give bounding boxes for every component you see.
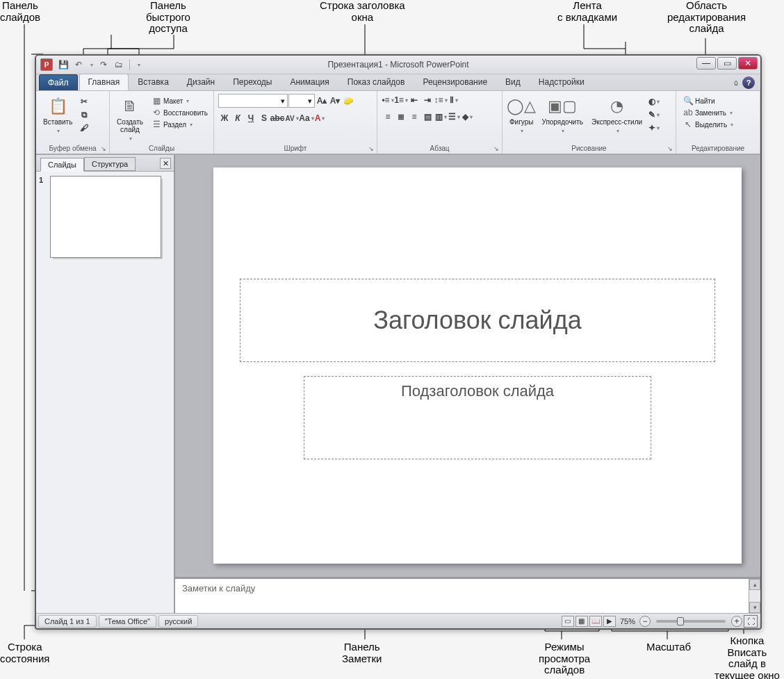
quick-styles-button[interactable]: ◔ Экспресс-стили [589,94,645,136]
zoom-slider[interactable] [656,620,726,623]
layout-button[interactable]: ▦Макет [149,95,211,106]
shapes-button[interactable]: ◯△ Фигуры [507,94,536,136]
font-color-icon[interactable]: A [313,112,326,124]
tab-design[interactable]: Дизайн [178,74,224,90]
notes-scroll-up-icon[interactable]: ▴ [749,579,760,590]
tab-transitions[interactable]: Переходы [224,74,281,90]
select-button[interactable]: ↖Выделить [680,119,736,130]
smartart-icon[interactable]: ◆ [461,111,473,123]
app-icon[interactable]: P [40,58,53,71]
tab-review[interactable]: Рецензирование [414,74,496,90]
quick-styles-dropdown-icon[interactable] [615,126,619,134]
dialog-launcher-font[interactable]: ↘ [368,145,376,153]
align-right-icon[interactable]: ≡ [408,111,420,123]
zoom-slider-thumb[interactable] [677,617,684,625]
text-direction-icon[interactable]: Ⅱ [448,94,460,106]
status-language[interactable]: русский [158,615,198,628]
zoom-out-button[interactable]: − [639,616,651,627]
bullets-icon[interactable]: •≡ [382,94,394,106]
reading-view-icon[interactable]: 📖 [589,616,602,627]
tab-view[interactable]: Вид [496,74,530,90]
slideshow-view-icon[interactable]: ▶ [603,616,616,627]
fit-to-window-button[interactable]: ⛶ [744,615,758,628]
title-placeholder[interactable]: Заголовок слайда [240,279,715,362]
font-name-combo[interactable]: ▾ [218,94,288,108]
font-size-combo[interactable]: ▾ [288,94,315,108]
dialog-launcher-drawing[interactable]: ↘ [667,145,675,153]
dialog-launcher-clipboard[interactable]: ↘ [100,145,108,153]
reset-button[interactable]: ⟲Восстановить [149,107,211,118]
slide-thumbnail-item[interactable]: 1 [39,176,171,258]
close-button[interactable]: ✕ [738,57,758,69]
subtitle-placeholder[interactable]: Подзаголовок слайда [304,376,651,459]
qat-extra-icon[interactable]: 🗂 [113,58,125,71]
numbering-icon[interactable]: 1≡ [395,94,407,106]
shadow-icon[interactable]: S [258,112,270,124]
section-button[interactable]: ☰Раздел [149,119,211,130]
tab-addins[interactable]: Надстройки [530,74,594,90]
paste-button[interactable]: 📋 Вставить [40,94,75,136]
align-text-icon[interactable]: ☰ [448,111,460,123]
shape-fill-icon[interactable]: ◐ [648,95,660,108]
tab-file[interactable]: Файл [39,74,78,90]
increase-indent-icon[interactable]: ⇥ [421,94,434,106]
bold-icon[interactable]: Ж [218,112,231,124]
tab-slides[interactable]: Слайды [40,158,84,172]
replace-button[interactable]: abЗаменить [680,107,736,118]
copy-icon[interactable]: ⧉ [78,108,90,121]
arrange-button[interactable]: ▣▢ Упорядочить [539,94,586,136]
shape-outline-icon[interactable]: ✎ [648,108,660,121]
qat-customize-icon[interactable] [134,58,142,71]
dialog-launcher-paragraph[interactable]: ↘ [493,145,501,153]
tab-slideshow[interactable]: Показ слайдов [338,74,414,90]
tab-home[interactable]: Главная [79,74,129,90]
sorter-view-icon[interactable]: ▦ [575,616,588,627]
maximize-button[interactable]: ▭ [717,57,737,69]
new-slide-button[interactable]: 🗎 Создать слайд [114,94,146,143]
status-slide-count[interactable]: Слайд 1 из 1 [38,615,97,628]
zoom-in-button[interactable]: + [731,616,742,627]
columns-icon[interactable]: ▥ [434,111,447,123]
notes-scroll-down-icon[interactable]: ▾ [749,602,760,613]
new-slide-dropdown-icon[interactable] [128,134,132,142]
slide-canvas[interactable]: Заголовок слайда Подзаголовок слайда [213,167,742,564]
find-button[interactable]: 🔍Найти [680,95,736,106]
undo-dropdown-icon[interactable] [88,58,95,71]
notes-pane[interactable]: Заметки к слайду ▴ ▾ [175,577,760,613]
underline-icon[interactable]: Ч [245,112,257,124]
line-spacing-icon[interactable]: ↕≡ [434,94,447,106]
shape-effects-icon[interactable]: ✦ [648,122,660,134]
paste-dropdown-icon[interactable] [56,126,60,134]
group-label-paragraph: Абзац [382,144,498,153]
char-spacing-icon[interactable]: AV [284,112,300,124]
slide-thumbnail[interactable] [50,176,161,258]
shapes-dropdown-icon[interactable] [519,126,523,134]
notes-scrollbar[interactable]: ▴ ▾ [749,579,760,613]
align-center-icon[interactable]: ≣ [395,111,407,123]
change-case-icon[interactable]: Aa [300,112,313,124]
redo-icon[interactable]: ↷ [97,58,110,71]
italic-icon[interactable]: К [231,112,244,124]
status-theme[interactable]: "Тема Office" [99,615,156,628]
decrease-indent-icon[interactable]: ⇤ [408,94,420,106]
strikethrough-icon[interactable]: abc [271,112,284,124]
help-button[interactable]: ? [742,76,755,89]
tab-animation[interactable]: Анимация [281,74,338,90]
normal-view-icon[interactable]: ▭ [562,616,574,627]
align-left-icon[interactable]: ≡ [382,111,394,123]
panel-close-button[interactable]: ✕ [160,158,171,169]
minimize-ribbon-icon[interactable]: ۵ [734,79,738,88]
decrease-font-icon[interactable]: A▾ [329,95,341,107]
clear-format-icon[interactable]: 🧽 [342,95,354,107]
zoom-value[interactable]: 75% [620,617,635,625]
cut-icon[interactable]: ✂ [78,95,90,108]
tab-insert[interactable]: Вставка [129,74,178,90]
minimize-button[interactable]: — [696,57,716,69]
save-icon[interactable]: 💾 [57,58,70,71]
undo-icon[interactable]: ↶ [72,58,85,71]
format-painter-icon[interactable]: 🖌 [78,122,90,134]
justify-icon[interactable]: ▤ [421,111,434,123]
tab-outline[interactable]: Структура [84,157,136,171]
increase-font-icon[interactable]: A▴ [316,95,328,107]
arrange-dropdown-icon[interactable] [560,126,564,134]
